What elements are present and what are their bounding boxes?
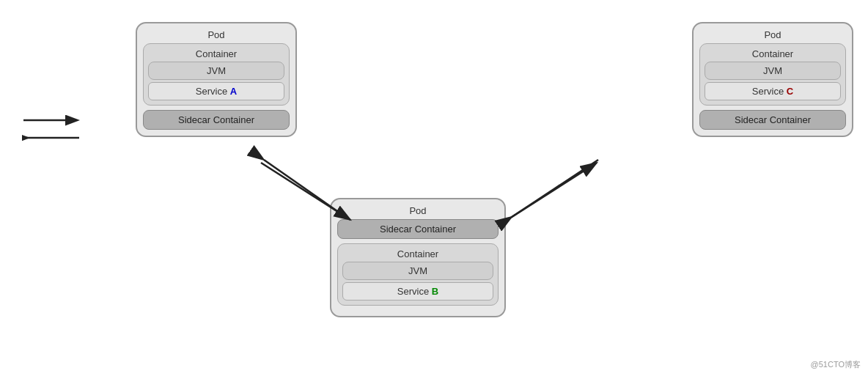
svg-line-4 xyxy=(507,163,597,220)
pod-b-service: Service B xyxy=(342,282,493,301)
pod-c-label: Pod xyxy=(699,29,846,40)
pod-a-sidecar: Sidecar Container xyxy=(143,110,290,130)
pod-c: Pod Container JVM Service C Sidecar Cont… xyxy=(692,22,853,137)
diagram-container: Pod Container JVM Service A Sidecar Cont… xyxy=(0,0,868,376)
pod-c-service-letter: C xyxy=(787,86,793,97)
pod-b-container-label: Container xyxy=(342,248,493,259)
pod-b: Pod Sidecar Container Container JVM Serv… xyxy=(330,198,506,317)
svg-line-5 xyxy=(512,160,598,217)
pod-a-container-label: Container xyxy=(148,48,284,59)
pod-c-container: Container JVM Service C xyxy=(699,43,846,106)
pod-b-label: Pod xyxy=(337,205,499,216)
left-arrows xyxy=(22,114,81,144)
pod-b-sidecar: Sidecar Container xyxy=(337,219,499,239)
pod-b-service-letter: B xyxy=(432,286,438,297)
pod-b-container: Container JVM Service B xyxy=(337,243,499,306)
pod-c-jvm: JVM xyxy=(705,62,841,80)
pod-b-jvm: JVM xyxy=(342,262,493,280)
pod-a: Pod Container JVM Service A Sidecar Cont… xyxy=(136,22,297,137)
watermark: @51CTO博客 xyxy=(811,359,861,370)
pod-a-jvm: JVM xyxy=(148,62,284,80)
pod-a-service: Service A xyxy=(148,82,284,100)
pod-c-container-label: Container xyxy=(705,48,841,59)
pod-c-sidecar: Sidecar Container xyxy=(699,110,846,130)
pod-a-container: Container JVM Service A xyxy=(143,43,290,106)
pod-c-service: Service C xyxy=(705,82,841,100)
pod-a-service-letter: A xyxy=(230,86,237,97)
pod-a-label: Pod xyxy=(143,29,290,40)
